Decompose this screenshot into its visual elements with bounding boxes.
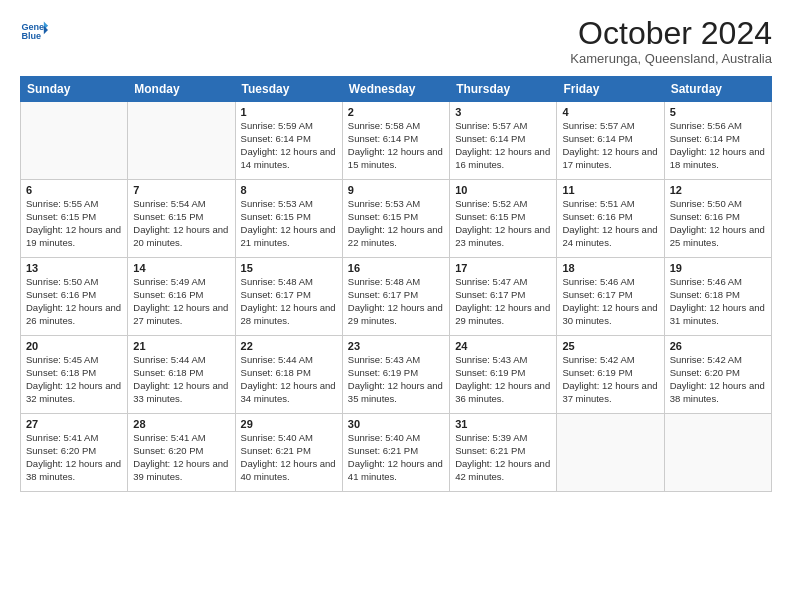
day-cell: 13Sunrise: 5:50 AM Sunset: 6:16 PM Dayli… [21,258,128,336]
day-cell: 19Sunrise: 5:46 AM Sunset: 6:18 PM Dayli… [664,258,771,336]
day-info: Sunrise: 5:42 AM Sunset: 6:19 PM Dayligh… [562,354,658,405]
day-info: Sunrise: 5:40 AM Sunset: 6:21 PM Dayligh… [348,432,444,483]
week-row-1: 1Sunrise: 5:59 AM Sunset: 6:14 PM Daylig… [21,102,772,180]
day-cell: 27Sunrise: 5:41 AM Sunset: 6:20 PM Dayli… [21,414,128,492]
day-info: Sunrise: 5:53 AM Sunset: 6:15 PM Dayligh… [241,198,337,249]
day-cell: 3Sunrise: 5:57 AM Sunset: 6:14 PM Daylig… [450,102,557,180]
day-cell: 5Sunrise: 5:56 AM Sunset: 6:14 PM Daylig… [664,102,771,180]
day-info: Sunrise: 5:44 AM Sunset: 6:18 PM Dayligh… [133,354,229,405]
day-info: Sunrise: 5:48 AM Sunset: 6:17 PM Dayligh… [348,276,444,327]
week-row-5: 27Sunrise: 5:41 AM Sunset: 6:20 PM Dayli… [21,414,772,492]
day-number: 8 [241,184,337,196]
day-info: Sunrise: 5:51 AM Sunset: 6:16 PM Dayligh… [562,198,658,249]
week-row-3: 13Sunrise: 5:50 AM Sunset: 6:16 PM Dayli… [21,258,772,336]
day-cell: 22Sunrise: 5:44 AM Sunset: 6:18 PM Dayli… [235,336,342,414]
month-title: October 2024 [570,16,772,51]
day-info: Sunrise: 5:53 AM Sunset: 6:15 PM Dayligh… [348,198,444,249]
day-number: 21 [133,340,229,352]
day-cell: 12Sunrise: 5:50 AM Sunset: 6:16 PM Dayli… [664,180,771,258]
day-info: Sunrise: 5:45 AM Sunset: 6:18 PM Dayligh… [26,354,122,405]
day-number: 30 [348,418,444,430]
day-info: Sunrise: 5:58 AM Sunset: 6:14 PM Dayligh… [348,120,444,171]
day-cell: 31Sunrise: 5:39 AM Sunset: 6:21 PM Dayli… [450,414,557,492]
day-cell: 14Sunrise: 5:49 AM Sunset: 6:16 PM Dayli… [128,258,235,336]
col-tuesday: Tuesday [235,77,342,102]
day-number: 15 [241,262,337,274]
header: General Blue October 2024 Kamerunga, Que… [20,16,772,66]
day-info: Sunrise: 5:52 AM Sunset: 6:15 PM Dayligh… [455,198,551,249]
day-cell: 18Sunrise: 5:46 AM Sunset: 6:17 PM Dayli… [557,258,664,336]
day-info: Sunrise: 5:46 AM Sunset: 6:18 PM Dayligh… [670,276,766,327]
day-info: Sunrise: 5:42 AM Sunset: 6:20 PM Dayligh… [670,354,766,405]
day-cell: 8Sunrise: 5:53 AM Sunset: 6:15 PM Daylig… [235,180,342,258]
day-info: Sunrise: 5:47 AM Sunset: 6:17 PM Dayligh… [455,276,551,327]
col-friday: Friday [557,77,664,102]
day-cell [557,414,664,492]
day-number: 23 [348,340,444,352]
day-number: 7 [133,184,229,196]
day-cell: 6Sunrise: 5:55 AM Sunset: 6:15 PM Daylig… [21,180,128,258]
day-info: Sunrise: 5:41 AM Sunset: 6:20 PM Dayligh… [26,432,122,483]
day-number: 24 [455,340,551,352]
col-monday: Monday [128,77,235,102]
day-cell: 28Sunrise: 5:41 AM Sunset: 6:20 PM Dayli… [128,414,235,492]
day-info: Sunrise: 5:49 AM Sunset: 6:16 PM Dayligh… [133,276,229,327]
day-cell: 20Sunrise: 5:45 AM Sunset: 6:18 PM Dayli… [21,336,128,414]
day-cell [21,102,128,180]
day-number: 6 [26,184,122,196]
day-info: Sunrise: 5:46 AM Sunset: 6:17 PM Dayligh… [562,276,658,327]
day-number: 19 [670,262,766,274]
day-cell: 7Sunrise: 5:54 AM Sunset: 6:15 PM Daylig… [128,180,235,258]
day-number: 9 [348,184,444,196]
day-number: 5 [670,106,766,118]
day-info: Sunrise: 5:48 AM Sunset: 6:17 PM Dayligh… [241,276,337,327]
col-wednesday: Wednesday [342,77,449,102]
day-cell: 11Sunrise: 5:51 AM Sunset: 6:16 PM Dayli… [557,180,664,258]
day-number: 26 [670,340,766,352]
header-row: Sunday Monday Tuesday Wednesday Thursday… [21,77,772,102]
day-cell: 30Sunrise: 5:40 AM Sunset: 6:21 PM Dayli… [342,414,449,492]
day-cell: 25Sunrise: 5:42 AM Sunset: 6:19 PM Dayli… [557,336,664,414]
col-thursday: Thursday [450,77,557,102]
day-cell: 9Sunrise: 5:53 AM Sunset: 6:15 PM Daylig… [342,180,449,258]
day-cell: 17Sunrise: 5:47 AM Sunset: 6:17 PM Dayli… [450,258,557,336]
day-cell: 24Sunrise: 5:43 AM Sunset: 6:19 PM Dayli… [450,336,557,414]
day-number: 31 [455,418,551,430]
day-cell: 2Sunrise: 5:58 AM Sunset: 6:14 PM Daylig… [342,102,449,180]
day-number: 18 [562,262,658,274]
day-number: 11 [562,184,658,196]
day-cell: 4Sunrise: 5:57 AM Sunset: 6:14 PM Daylig… [557,102,664,180]
week-row-4: 20Sunrise: 5:45 AM Sunset: 6:18 PM Dayli… [21,336,772,414]
week-row-2: 6Sunrise: 5:55 AM Sunset: 6:15 PM Daylig… [21,180,772,258]
day-info: Sunrise: 5:50 AM Sunset: 6:16 PM Dayligh… [670,198,766,249]
day-number: 27 [26,418,122,430]
title-block: October 2024 Kamerunga, Queensland, Aust… [570,16,772,66]
day-cell: 16Sunrise: 5:48 AM Sunset: 6:17 PM Dayli… [342,258,449,336]
day-info: Sunrise: 5:43 AM Sunset: 6:19 PM Dayligh… [455,354,551,405]
day-info: Sunrise: 5:40 AM Sunset: 6:21 PM Dayligh… [241,432,337,483]
day-number: 16 [348,262,444,274]
day-cell: 29Sunrise: 5:40 AM Sunset: 6:21 PM Dayli… [235,414,342,492]
day-number: 1 [241,106,337,118]
general-blue-logo-icon: General Blue [20,16,48,44]
day-info: Sunrise: 5:41 AM Sunset: 6:20 PM Dayligh… [133,432,229,483]
day-number: 12 [670,184,766,196]
day-number: 22 [241,340,337,352]
day-cell: 15Sunrise: 5:48 AM Sunset: 6:17 PM Dayli… [235,258,342,336]
svg-text:Blue: Blue [21,31,41,41]
day-cell [664,414,771,492]
day-info: Sunrise: 5:44 AM Sunset: 6:18 PM Dayligh… [241,354,337,405]
day-info: Sunrise: 5:57 AM Sunset: 6:14 PM Dayligh… [455,120,551,171]
day-info: Sunrise: 5:43 AM Sunset: 6:19 PM Dayligh… [348,354,444,405]
day-cell [128,102,235,180]
day-info: Sunrise: 5:59 AM Sunset: 6:14 PM Dayligh… [241,120,337,171]
day-number: 3 [455,106,551,118]
day-number: 13 [26,262,122,274]
day-info: Sunrise: 5:55 AM Sunset: 6:15 PM Dayligh… [26,198,122,249]
day-number: 4 [562,106,658,118]
day-number: 20 [26,340,122,352]
day-number: 28 [133,418,229,430]
day-number: 2 [348,106,444,118]
calendar-table: Sunday Monday Tuesday Wednesday Thursday… [20,76,772,492]
day-number: 14 [133,262,229,274]
